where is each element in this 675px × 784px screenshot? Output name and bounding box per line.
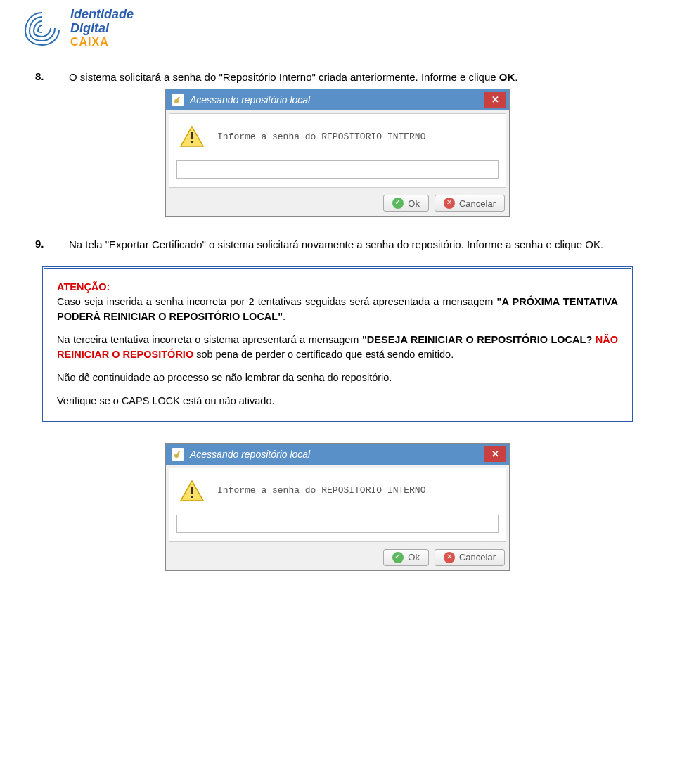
- attention-p4: Verifique se o CAPS LOCK está ou não ati…: [57, 394, 618, 409]
- step-8: 8. O sistema solicitará a senha do "Repo…: [35, 70, 661, 84]
- attention-p2a: Na terceira tentativa incorreta o sistem…: [57, 334, 362, 345]
- dialog-body: Informe a senha do REPOSITORIO INTERNO: [169, 113, 506, 188]
- svg-rect-9: [191, 496, 193, 498]
- close-button-2[interactable]: ✕: [484, 446, 506, 462]
- header-logo: Identidade Digital CAIXA: [14, 0, 661, 49]
- svg-rect-6: [176, 451, 180, 455]
- dialog-title-2: Acessando repositório local: [190, 449, 478, 460]
- cancel-button-2[interactable]: Cancelar: [435, 549, 505, 566]
- attention-p1c: .: [283, 311, 285, 322]
- dialog-title: Acessando repositório local: [190, 94, 478, 105]
- warning-icon: [179, 480, 205, 502]
- password-input-2[interactable]: [176, 515, 499, 533]
- ok-label: Ok: [408, 198, 420, 209]
- step-8-num: 8.: [35, 70, 48, 82]
- cancel-button[interactable]: Cancelar: [435, 195, 505, 212]
- cancel-label: Cancelar: [459, 198, 496, 209]
- step-9-text: Na tela "Exportar Certificado" o sistema…: [69, 238, 603, 252]
- dialog-footer: Ok Cancelar: [166, 191, 509, 216]
- step-8-text-b: OK: [499, 71, 515, 83]
- step-8-text-a: O sistema solicitará a senha do "Reposit…: [69, 71, 499, 83]
- dialog-titlebar-2: Acessando repositório local ✕: [166, 444, 509, 465]
- attention-p1a: Caso seja inserida a senha incorreta por…: [57, 296, 497, 307]
- dialog-prompt: Informe a senha do REPOSITORIO INTERNO: [217, 131, 425, 142]
- step-8-text-c: .: [515, 71, 518, 83]
- attention-box: ATENÇÃO: Caso seja inserida a senha inco…: [42, 266, 633, 422]
- dialog-footer-2: Ok Cancelar: [166, 545, 509, 570]
- dialog-body-2: Informe a senha do REPOSITORIO INTERNO: [169, 468, 506, 542]
- check-icon: [392, 552, 404, 563]
- step-8-text: O sistema solicitará a senha do "Reposit…: [69, 70, 518, 84]
- attention-p2d: sob pena de perder o certificado que est…: [193, 349, 454, 360]
- svg-rect-3: [191, 132, 193, 139]
- step-9-num: 9.: [35, 238, 48, 250]
- close-button[interactable]: ✕: [484, 92, 506, 108]
- check-icon: [392, 198, 404, 209]
- logo-line3: CAIXA: [70, 36, 134, 49]
- password-dialog: Acessando repositório local ✕ Informe a …: [165, 89, 510, 217]
- logo-line1: Identidade: [70, 8, 134, 22]
- dialog-prompt-2: Informe a senha do REPOSITORIO INTERNO: [217, 485, 425, 496]
- warning-icon: [179, 125, 205, 148]
- step-9: 9. Na tela "Exportar Certificado" o sist…: [35, 238, 661, 252]
- key-icon: [172, 94, 184, 106]
- cancel-label-2: Cancelar: [459, 552, 496, 563]
- password-dialog-2: Acessando repositório local ✕ Informe a …: [165, 443, 510, 571]
- key-icon: [172, 448, 184, 461]
- dialog-titlebar: Acessando repositório local ✕: [166, 89, 509, 110]
- attention-title: ATENÇÃO:: [57, 281, 110, 293]
- password-input[interactable]: [176, 160, 499, 179]
- svg-rect-8: [191, 487, 193, 494]
- cancel-icon: [444, 552, 455, 563]
- attention-p2b: "DESEJA REINICIAR O REPOSITÓRIO LOCAL?: [362, 334, 592, 345]
- svg-rect-1: [176, 96, 180, 101]
- ok-button[interactable]: Ok: [383, 195, 429, 212]
- logo-line2: Digital: [70, 22, 134, 36]
- ok-button-2[interactable]: Ok: [383, 549, 429, 566]
- ok-label-2: Ok: [408, 552, 420, 563]
- cancel-icon: [444, 198, 455, 209]
- fingerprint-logo-icon: [21, 7, 63, 49]
- logo-text: Identidade Digital CAIXA: [70, 8, 134, 48]
- svg-rect-4: [191, 141, 193, 143]
- attention-p3: Não dê continuidade ao processo se não l…: [57, 371, 618, 385]
